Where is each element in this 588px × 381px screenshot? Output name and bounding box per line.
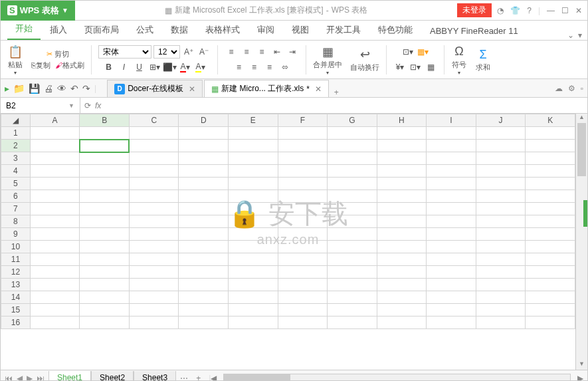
cell-A8[interactable] — [30, 215, 80, 228]
row-header-10[interactable]: 10 — [1, 241, 31, 253]
row-header-5[interactable]: 5 — [1, 178, 31, 190]
cell-I2[interactable] — [427, 140, 476, 152]
cell-G7[interactable] — [328, 203, 377, 215]
align-center-button[interactable]: ≡ — [248, 61, 261, 74]
cell-H4[interactable] — [377, 165, 427, 178]
highlight-button[interactable]: A▾ — [194, 61, 207, 74]
vertical-scrollbar[interactable]: ▲ ▼ — [575, 114, 587, 370]
align-right-button[interactable]: ≡ — [263, 61, 276, 74]
cell-K13[interactable] — [526, 279, 575, 291]
col-header-J[interactable]: J — [476, 114, 526, 127]
cell-H1[interactable] — [377, 127, 427, 140]
border-button[interactable]: ⊞▾ — [148, 61, 161, 74]
cell-D12[interactable] — [179, 266, 229, 279]
row-header-13[interactable]: 13 — [1, 279, 31, 291]
col-header-A[interactable]: A — [30, 114, 80, 127]
cell-J1[interactable] — [476, 127, 526, 140]
settings-icon[interactable]: ⚙ — [568, 84, 575, 93]
cell-H5[interactable] — [377, 178, 427, 190]
cell-F5[interactable] — [278, 178, 328, 190]
cell-D6[interactable] — [179, 190, 229, 203]
cell-I3[interactable] — [427, 152, 476, 165]
cell-J13[interactable] — [476, 279, 526, 291]
tab-page-layout[interactable]: 页面布局 — [76, 20, 127, 40]
cell-E6[interactable] — [229, 190, 278, 203]
tab-formulas[interactable]: 公式 — [128, 20, 161, 40]
close-tab-icon[interactable]: ✕ — [315, 84, 322, 94]
cell-A11[interactable] — [30, 253, 80, 266]
cell-K12[interactable] — [526, 266, 575, 279]
align-bottom-button[interactable]: ≡ — [255, 45, 268, 59]
cell-H10[interactable] — [377, 241, 427, 253]
cell-D4[interactable] — [179, 165, 229, 178]
cell-I16[interactable] — [427, 317, 476, 329]
cell-F11[interactable] — [278, 253, 328, 266]
cell-I12[interactable] — [427, 266, 476, 279]
cell-K3[interactable] — [526, 152, 575, 165]
increase-font-button[interactable]: A⁺ — [182, 45, 195, 59]
cell-G14[interactable] — [328, 291, 377, 304]
number-format-button[interactable]: ⊡▾ — [401, 45, 415, 59]
cell-J5[interactable] — [476, 178, 526, 190]
cell-H6[interactable] — [377, 190, 427, 203]
cell-J3[interactable] — [476, 152, 526, 165]
row-header-7[interactable]: 7 — [1, 203, 31, 215]
cell-D1[interactable] — [179, 127, 229, 140]
cell-E7[interactable] — [229, 203, 278, 215]
cell-H2[interactable] — [377, 140, 427, 152]
cell-F10[interactable] — [278, 241, 328, 253]
cell-J15[interactable] — [476, 304, 526, 317]
save-icon[interactable]: 💾 — [29, 83, 40, 94]
cell-I4[interactable] — [427, 165, 476, 178]
cell-J11[interactable] — [476, 253, 526, 266]
cell-K10[interactable] — [526, 241, 575, 253]
cell-H12[interactable] — [377, 266, 427, 279]
cell-A5[interactable] — [30, 178, 80, 190]
scroll-thumb[interactable] — [577, 123, 586, 176]
cell-E16[interactable] — [229, 317, 278, 329]
cell-C13[interactable] — [129, 279, 179, 291]
cell-C5[interactable] — [129, 178, 179, 190]
row-header-15[interactable]: 15 — [1, 304, 31, 317]
tab-abbyy[interactable]: ABBYY FineReader 11 — [422, 22, 526, 40]
cell-A15[interactable] — [30, 304, 80, 317]
cell-K2[interactable] — [526, 140, 575, 152]
cell-C12[interactable] — [129, 266, 179, 279]
cell-F1[interactable] — [278, 127, 328, 140]
cell-G13[interactable] — [328, 279, 377, 291]
col-header-I[interactable]: I — [427, 114, 476, 127]
cell-F8[interactable] — [278, 215, 328, 228]
cell-F15[interactable] — [278, 304, 328, 317]
cell-A14[interactable] — [30, 291, 80, 304]
cell-B13[interactable] — [80, 279, 130, 291]
app-menu-button[interactable]: SWPS 表格▼ — [1, 1, 75, 21]
cell-F3[interactable] — [278, 152, 328, 165]
cell-D11[interactable] — [179, 253, 229, 266]
row-header-3[interactable]: 3 — [1, 152, 31, 165]
cell-E2[interactable] — [229, 140, 278, 152]
cell-I15[interactable] — [427, 304, 476, 317]
cell-D13[interactable] — [179, 279, 229, 291]
comma-button[interactable]: ▦ — [424, 61, 437, 74]
row-header-11[interactable]: 11 — [1, 253, 31, 266]
cell-A1[interactable] — [30, 127, 80, 140]
copy-button[interactable]: ⎘复制 — [31, 61, 50, 70]
ribbon-collapse-icon[interactable]: ⌄ — [567, 31, 574, 40]
col-header-E[interactable]: E — [229, 114, 278, 127]
symbol-button[interactable]: Ω 符号▾ — [451, 44, 467, 76]
cell-H14[interactable] — [377, 291, 427, 304]
hscroll-right-icon[interactable]: ▶ — [577, 374, 583, 382]
cell-D10[interactable] — [179, 241, 229, 253]
scroll-down-icon[interactable]: ▼ — [576, 360, 587, 370]
cell-K8[interactable] — [526, 215, 575, 228]
sheet-tab-3[interactable]: Sheet3 — [134, 371, 176, 381]
sheet-tab-2[interactable]: Sheet2 — [91, 371, 134, 381]
open-icon[interactable]: 📁 — [13, 83, 25, 94]
indent-increase-button[interactable]: ⇥ — [286, 45, 299, 59]
cell-J10[interactable] — [476, 241, 526, 253]
cut-button[interactable]: ✂剪切 — [47, 49, 69, 59]
cell-B10[interactable] — [80, 241, 130, 253]
cell-G16[interactable] — [328, 317, 377, 329]
refresh-icon[interactable]: ⟳ — [84, 101, 91, 110]
cell-G10[interactable] — [328, 241, 377, 253]
